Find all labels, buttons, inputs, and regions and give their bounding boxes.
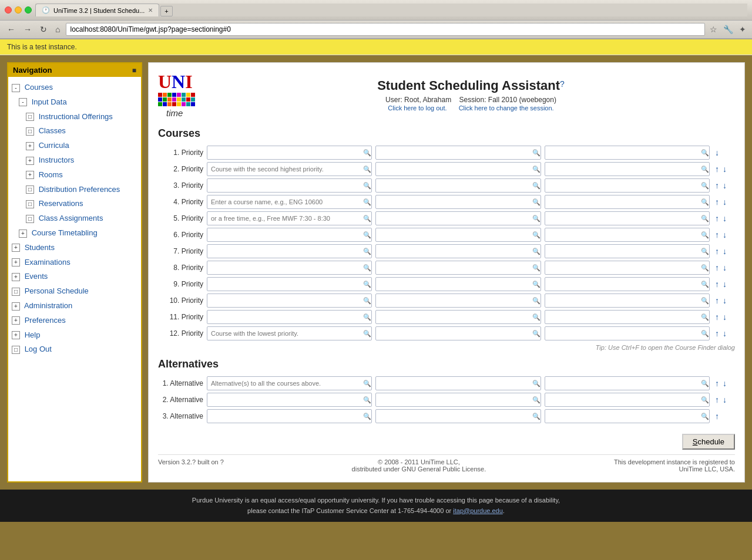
search-icon-button[interactable]: 🔍 [362, 297, 372, 305]
sidebar-item-administration[interactable]: + Administration [8, 299, 141, 313]
course-input[interactable] [375, 294, 540, 308]
help-icon[interactable]: ? [560, 79, 565, 89]
search-icon-button[interactable]: 🔍 [700, 248, 710, 255]
course-input[interactable] [545, 228, 710, 242]
expand-rooms-icon[interactable]: + [26, 171, 34, 179]
address-bar[interactable] [66, 23, 705, 36]
move-up-button[interactable]: ↑ [713, 378, 721, 389]
expand-help-icon[interactable]: + [12, 331, 20, 339]
move-down-button[interactable]: ↓ [721, 262, 728, 273]
course-input[interactable] [375, 244, 540, 258]
sidebar-item-distribution-preferences[interactable]: □ Distribution Preferences [8, 183, 141, 197]
course-input[interactable] [207, 228, 372, 242]
expand-dist-pref-icon[interactable]: □ [26, 185, 34, 194]
search-icon-button[interactable]: 🔍 [531, 182, 542, 190]
close-button[interactable] [5, 6, 12, 14]
course-input[interactable] [207, 211, 372, 225]
search-icon-button[interactable]: 🔍 [700, 215, 710, 222]
course-input[interactable] [545, 178, 710, 193]
expand-examinations-icon[interactable]: + [12, 258, 20, 266]
move-up-button[interactable]: ↑ [713, 328, 721, 339]
move-down-button[interactable]: ↓ [721, 246, 728, 257]
expand-reservations-icon[interactable]: □ [26, 200, 34, 208]
move-up-button[interactable]: ↑ [713, 312, 721, 322]
search-icon-button[interactable]: 🔍 [362, 198, 372, 206]
search-icon-button[interactable]: 🔍 [700, 198, 710, 206]
sidebar-item-logout[interactable]: □ Log Out [8, 342, 141, 357]
course-input[interactable] [207, 146, 372, 160]
expand-administration-icon[interactable]: + [12, 302, 20, 311]
expand-curricula-icon[interactable]: + [26, 142, 34, 150]
home-button[interactable]: ⌂ [53, 23, 62, 35]
sidebar-item-personal-schedule[interactable]: □ Personal Schedule [8, 284, 141, 299]
move-up-button[interactable]: ↑ [713, 197, 721, 207]
course-input[interactable] [375, 310, 540, 324]
course-input[interactable] [375, 211, 540, 225]
move-up-button[interactable]: ↑ [713, 279, 721, 289]
search-icon-button[interactable]: 🔍 [362, 248, 372, 255]
move-down-button[interactable]: ↓ [721, 394, 728, 405]
course-input[interactable] [207, 261, 372, 275]
search-icon-button[interactable]: 🔍 [362, 413, 372, 420]
back-button[interactable]: ← [5, 23, 18, 35]
search-icon-button[interactable]: 🔍 [700, 380, 710, 387]
expand-logout-icon[interactable]: □ [12, 346, 20, 354]
course-input[interactable] [207, 178, 372, 193]
move-up-button[interactable]: ↑ [713, 164, 721, 174]
sidebar-item-class-assignments[interactable]: □ Class Assignments [8, 211, 141, 226]
course-input[interactable] [375, 277, 540, 291]
course-input[interactable] [545, 277, 710, 291]
course-input[interactable] [375, 376, 540, 390]
sidebar-item-curricula[interactable]: + Curricula [8, 139, 141, 153]
move-down-button[interactable]: ↓ [721, 378, 728, 389]
course-input[interactable] [375, 228, 540, 242]
change-session-link[interactable]: Click here to change the session. [459, 104, 554, 112]
search-icon-button[interactable]: 🔍 [531, 413, 542, 420]
search-icon-button[interactable]: 🔍 [531, 281, 542, 288]
course-input[interactable] [375, 393, 540, 407]
move-down-button[interactable]: ↓ [721, 295, 728, 306]
forward-button[interactable]: → [21, 23, 34, 35]
search-icon-button[interactable]: 🔍 [700, 264, 710, 272]
new-tab-button[interactable]: + [160, 6, 172, 16]
sidebar-item-instructional-offerings[interactable]: □ Instructional Offerings [8, 110, 141, 124]
search-icon-button[interactable]: 🔍 [700, 166, 710, 173]
course-input[interactable] [545, 211, 710, 225]
move-up-button[interactable]: ↑ [713, 411, 721, 421]
course-input[interactable] [545, 195, 710, 209]
course-input[interactable] [375, 326, 540, 340]
logout-link[interactable]: Click here to log out. [388, 104, 446, 112]
move-up-button[interactable]: ↑ [713, 262, 721, 273]
expand-courses-icon[interactable]: - [12, 84, 20, 92]
course-input[interactable] [545, 310, 710, 324]
search-icon-button[interactable]: 🔍 [531, 380, 542, 387]
course-input[interactable] [375, 409, 540, 423]
move-down-button[interactable]: ↓ [721, 197, 728, 207]
search-icon-button[interactable]: 🔍 [700, 330, 710, 338]
course-input[interactable] [207, 393, 372, 407]
search-icon-button[interactable]: 🔍 [362, 380, 372, 387]
search-icon-button[interactable]: 🔍 [531, 264, 542, 272]
move-down-button[interactable]: ↓ [721, 230, 728, 240]
search-icon-button[interactable]: 🔍 [531, 297, 542, 305]
move-down-button[interactable]: ↓ [721, 328, 728, 339]
search-icon-button[interactable]: 🔍 [531, 248, 542, 255]
settings-icon[interactable]: ✦ [738, 23, 747, 35]
search-icon-button[interactable]: 🔍 [531, 198, 542, 206]
expand-input-data-icon[interactable]: - [19, 98, 27, 106]
move-up-button[interactable]: ↑ [713, 295, 721, 306]
search-icon-button[interactable]: 🔍 [531, 166, 542, 173]
course-input[interactable] [545, 244, 710, 258]
search-icon-button[interactable]: 🔍 [700, 281, 710, 288]
sidebar-item-rooms[interactable]: + Rooms [8, 168, 141, 183]
search-icon-button[interactable]: 🔍 [700, 297, 710, 305]
course-input[interactable] [375, 146, 540, 160]
search-icon-button[interactable]: 🔍 [700, 313, 710, 321]
search-icon-button[interactable]: 🔍 [531, 396, 542, 404]
expand-students-icon[interactable]: + [12, 244, 20, 252]
course-input[interactable] [207, 326, 372, 340]
course-input[interactable] [375, 178, 540, 193]
move-up-button[interactable]: ↑ [713, 213, 721, 224]
expand-timetabling-icon[interactable]: + [19, 230, 27, 238]
search-icon-button[interactable]: 🔍 [362, 166, 372, 173]
